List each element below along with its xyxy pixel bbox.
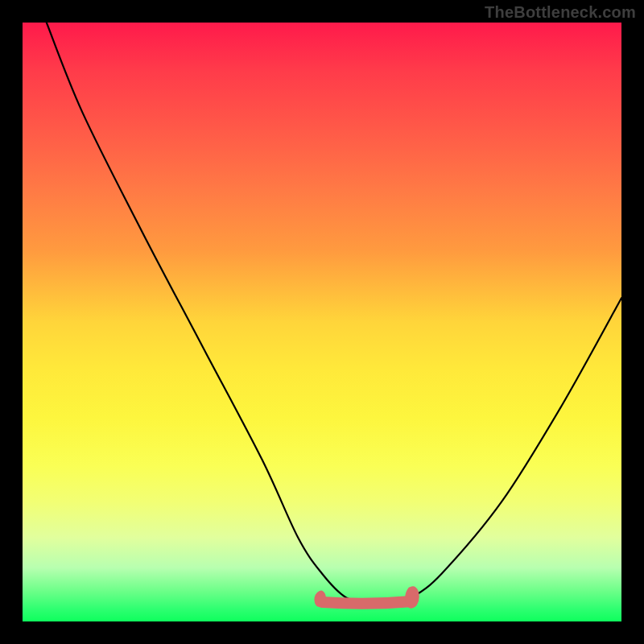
- curve-group: [47, 23, 621, 609]
- accent-endcap-right: [405, 586, 419, 609]
- accent-segment: [322, 601, 412, 604]
- main-curve-path: [47, 23, 621, 605]
- plot-area: [23, 23, 621, 621]
- curve-svg: [23, 23, 621, 621]
- watermark: TheBottleneck.com: [485, 3, 636, 22]
- chart-root: TheBottleneck.com: [0, 0, 644, 644]
